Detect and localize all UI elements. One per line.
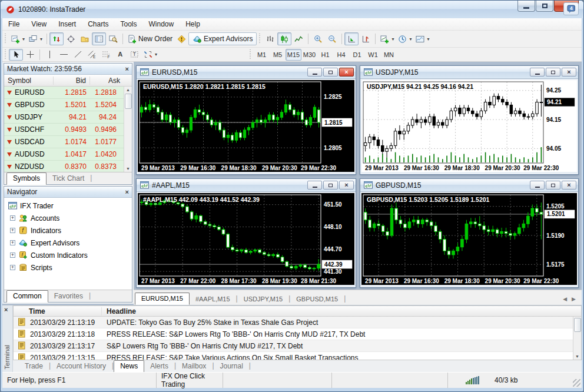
expand-icon[interactable]: + — [10, 253, 15, 258]
scrollbar-thumb[interactable] — [125, 94, 132, 109]
candlestick-chart-button[interactable] — [277, 32, 291, 45]
menu-view[interactable]: View — [25, 19, 52, 29]
timeframe-h1[interactable]: H1 — [317, 49, 333, 61]
terminal-tab-account-history[interactable]: Account History — [51, 361, 112, 372]
chart-window-titlebar[interactable]: EURUSD,M15× — [137, 66, 356, 79]
chart-tab-usdjpy-m15[interactable]: USDJPY,M15 — [238, 294, 288, 305]
chart-minimize-button[interactable] — [530, 68, 545, 77]
chart-canvas[interactable]: 451.50448.10444.70441.30442.3927 Mar 201… — [138, 193, 354, 285]
chart-tab--aapl-m15[interactable]: #AAPL,M15 — [190, 294, 236, 305]
toolbar-drag-handle[interactable] — [249, 49, 252, 60]
chart-restore-button[interactable] — [323, 181, 338, 190]
dropdown-caret-icon[interactable]: ▾ — [391, 36, 394, 42]
chart-close-button[interactable]: × — [339, 181, 354, 190]
line-chart-button[interactable] — [291, 32, 306, 45]
navigator-tab-common[interactable]: Common — [6, 290, 48, 303]
profiles-button[interactable]: ▾ — [26, 32, 44, 45]
news-row[interactable]: 2013/03/29 21:13:15PRESS RELEASE: S&P Ta… — [14, 352, 581, 360]
chart-window-titlebar[interactable]: #AAPL,M15× — [137, 179, 356, 192]
navigator-item-accounts[interactable]: +Accounts — [8, 212, 132, 224]
market-watch-row[interactable]: AUDUSD1.04171.0420 — [4, 148, 132, 161]
toolbar-drag-handle[interactable] — [4, 49, 7, 60]
navigator-item-custom-indicators[interactable]: +fCustom Indicators — [8, 249, 132, 261]
chart-minimize-button[interactable] — [307, 68, 322, 77]
news-row[interactable]: 2013/03/29 21:13:18PRESS RELEASE: S&P Lo… — [14, 328, 581, 340]
timeframe-m1[interactable]: M1 — [254, 49, 270, 61]
terminal-toggle-button[interactable] — [92, 32, 106, 45]
dropdown-caret-icon[interactable]: ▾ — [40, 36, 42, 42]
navigator-root[interactable]: IFX Trader — [8, 200, 132, 212]
market-watch-column-headers[interactable]: SymbolBidAsk — [4, 75, 132, 87]
timeframe-mn[interactable]: MN — [381, 49, 397, 61]
terminal-col-time[interactable]: Time — [14, 307, 102, 315]
timeframe-d1[interactable]: D1 — [349, 49, 365, 61]
market-watch-row[interactable]: USDCAD1.01741.0177 — [4, 136, 132, 148]
toolbar-drag-handle[interactable] — [4, 34, 7, 44]
chart-window-titlebar[interactable]: USDJPY,M15× — [360, 66, 578, 79]
arrows-button[interactable]: ▾ — [141, 49, 159, 61]
navigator-item-indicators[interactable]: +fIndicators — [8, 224, 132, 237]
chart-restore-button[interactable] — [546, 68, 560, 77]
expand-icon[interactable]: + — [10, 215, 15, 221]
minimize-button[interactable] — [517, 1, 535, 12]
mw-col-ask[interactable]: Ask — [90, 77, 132, 85]
dropdown-caret-icon[interactable]: ▾ — [155, 52, 157, 57]
chart-close-button[interactable]: × — [339, 68, 354, 77]
chart-shift-button[interactable] — [359, 32, 373, 45]
timeframe-w1[interactable]: W1 — [365, 49, 381, 61]
terminal-tab-journal[interactable]: Journal — [214, 361, 249, 372]
menu-insert[interactable]: Insert — [52, 19, 82, 29]
zoom-in-button[interactable] — [311, 32, 325, 45]
market-watch-toggle-button[interactable] — [49, 32, 64, 45]
fibonacci-button[interactable]: F — [99, 49, 113, 61]
horizontal-line-button[interactable] — [57, 49, 71, 61]
chart-minimize-button[interactable] — [307, 181, 322, 190]
terminal-col-headline[interactable]: Headline — [102, 307, 581, 315]
trendline-button[interactable] — [71, 49, 85, 61]
market-watch-row[interactable]: GBPUSD1.52011.5204 — [4, 99, 132, 111]
menu-file[interactable]: File — [2, 19, 25, 29]
mw-col-symbol[interactable]: Symbol — [4, 77, 54, 85]
market-watch-close-icon[interactable]: × — [125, 66, 129, 72]
dropdown-caret-icon[interactable]: ▾ — [22, 36, 25, 42]
chart-tab-eurusd-m15[interactable]: EURUSD,M15 — [135, 293, 190, 305]
dropdown-caret-icon[interactable]: ▾ — [409, 36, 412, 42]
navigator-item-scripts[interactable]: +Scripts — [8, 261, 132, 274]
terminal-tab-mailbox[interactable]: Mailbox — [176, 361, 212, 372]
navigator-toggle-button[interactable] — [78, 32, 92, 45]
expand-icon[interactable]: + — [10, 265, 15, 270]
zoom-out-button[interactable] — [325, 32, 339, 45]
menu-window[interactable]: Window — [143, 19, 180, 29]
crosshair-tool-button[interactable] — [23, 49, 37, 61]
scroll-down-icon[interactable]: ▼ — [126, 165, 130, 172]
market-watch-row[interactable]: USDJPY94.2194.24 — [4, 111, 132, 124]
resize-grip[interactable] — [573, 379, 580, 387]
vertical-line-button[interactable] — [42, 49, 57, 61]
maximize-button[interactable] — [536, 1, 553, 12]
mw-col-bid[interactable]: Bid — [54, 77, 90, 85]
menu-help[interactable]: Help — [180, 19, 206, 29]
terminal-tab-trade[interactable]: Trade — [19, 361, 49, 372]
timeframe-h4[interactable]: H4 — [333, 49, 349, 61]
toolbar-drag-handle[interactable] — [258, 34, 261, 44]
timeframe-m5[interactable]: M5 — [270, 49, 286, 61]
indicators-button[interactable]: ▾ — [378, 32, 396, 45]
status-one-click[interactable]: IFX One Click Trading — [157, 373, 223, 388]
menu-tools[interactable]: Tools — [115, 19, 143, 29]
timeframe-m15[interactable]: M15 — [286, 49, 301, 61]
periods-button[interactable]: ▾ — [396, 32, 413, 45]
tab-scroll-right-icon[interactable]: ▶ — [572, 296, 576, 302]
navigator-close-icon[interactable]: × — [125, 189, 129, 195]
chart-close-button[interactable]: × — [562, 181, 576, 190]
text-label-button[interactable]: T — [127, 49, 141, 61]
text-button[interactable]: A — [113, 49, 127, 61]
news-row[interactable]: 2013/03/29 21:13:17S&P Lowers Rtg To 'BB… — [14, 340, 581, 352]
navigator-tab-favorites[interactable]: Favorites — [48, 291, 89, 302]
bar-chart-button[interactable] — [263, 32, 277, 45]
news-row[interactable]: 2013/03/29 21:13:19UPDATE: Tokyo Gas To … — [14, 317, 581, 328]
tab-scroll-left-icon[interactable]: ◀ — [563, 296, 567, 302]
new-order-button[interactable]: New Order — [125, 32, 174, 45]
scroll-up-icon[interactable]: ▲ — [126, 87, 130, 93]
chart-canvas[interactable]: 1.28251.28151.28051.281529 Mar 201329 Ma… — [138, 80, 354, 172]
cursor-button[interactable] — [9, 49, 23, 61]
